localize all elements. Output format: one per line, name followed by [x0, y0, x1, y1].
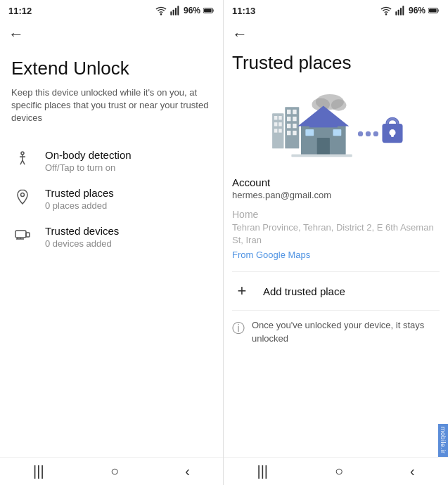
- menu-item-trusted-devices[interactable]: Trusted devices 0 devices added: [11, 218, 212, 256]
- illustration-svg: [266, 84, 407, 162]
- info-icon: ⓘ: [232, 320, 245, 337]
- svg-rect-40: [293, 124, 296, 128]
- trusted-places-text: Trusted places 0 places added: [45, 187, 114, 211]
- wifi-icon: [155, 5, 167, 16]
- account-header: Account: [232, 176, 440, 188]
- add-place-label: Add trusted place: [263, 285, 345, 297]
- home-source-link[interactable]: From Google Maps: [232, 250, 440, 260]
- svg-rect-25: [437, 9, 438, 11]
- trusted-devices-sublabel: 0 devices added: [45, 238, 119, 249]
- svg-rect-51: [333, 129, 341, 136]
- svg-rect-32: [274, 129, 277, 132]
- battery-label-right: 96%: [409, 6, 425, 15]
- svg-rect-38: [293, 117, 296, 121]
- add-trusted-place-row[interactable]: + Add trusted place: [232, 275, 440, 307]
- svg-rect-33: [279, 129, 282, 132]
- body-detection-icon: [11, 150, 34, 167]
- back-button-left[interactable]: ←: [0, 20, 223, 46]
- trusted-devices-text: Trusted devices 0 devices added: [45, 225, 119, 249]
- svg-point-13: [21, 193, 25, 196]
- signal-icon: [169, 5, 181, 16]
- status-time-left: 11:12: [8, 6, 32, 16]
- body-detection-text: On-body detection Off/Tap to turn on: [45, 149, 132, 173]
- svg-point-8: [21, 152, 24, 155]
- battery-icon-right: [428, 5, 440, 16]
- battery-label-left: 96%: [184, 6, 200, 15]
- nav-bar-right: ||| ○ ‹: [224, 457, 448, 485]
- svg-point-54: [365, 131, 370, 136]
- status-icons-left: 96%: [155, 5, 215, 16]
- trusted-places-sublabel: 0 places added: [45, 200, 114, 211]
- svg-rect-20: [395, 11, 397, 15]
- svg-rect-50: [305, 129, 314, 136]
- svg-rect-52: [291, 155, 352, 157]
- back-button-right[interactable]: ←: [224, 20, 448, 46]
- home-label: Home: [232, 209, 440, 220]
- svg-rect-30: [274, 122, 277, 126]
- add-plus-icon: +: [232, 282, 252, 300]
- svg-rect-3: [175, 8, 177, 15]
- status-bar-left: 11:12 96%: [0, 0, 223, 20]
- svg-rect-15: [26, 233, 30, 237]
- svg-rect-23: [402, 6, 404, 15]
- body-detection-sublabel: Off/Tap to turn on: [45, 162, 132, 173]
- svg-rect-37: [287, 117, 290, 121]
- svg-rect-36: [293, 110, 296, 114]
- svg-rect-42: [293, 131, 296, 135]
- svg-rect-49: [316, 138, 329, 155]
- svg-rect-4: [177, 6, 179, 15]
- svg-line-12: [23, 160, 25, 164]
- svg-rect-28: [274, 116, 277, 119]
- svg-point-0: [160, 14, 161, 15]
- svg-rect-48: [309, 125, 337, 128]
- wifi-icon-right: [380, 5, 392, 16]
- battery-icon-left: [203, 5, 215, 16]
- nav-recent-right[interactable]: |||: [257, 463, 268, 479]
- svg-point-55: [373, 131, 378, 136]
- page-title-right: Trusted places: [232, 52, 440, 74]
- status-icons-right: 96%: [380, 5, 440, 16]
- menu-item-body-detection[interactable]: On-body detection Off/Tap to turn on: [11, 142, 212, 180]
- signal-icon-right: [395, 5, 406, 16]
- nav-back-left[interactable]: ‹: [185, 463, 190, 479]
- home-address: Tehran Province, Tehran, District 2, E 6…: [232, 221, 440, 247]
- svg-line-11: [20, 160, 23, 164]
- svg-rect-1: [170, 11, 172, 15]
- nav-back-right[interactable]: ‹: [410, 463, 415, 479]
- svg-rect-41: [287, 131, 290, 135]
- left-content: Extend Unlock Keep this device unlocked …: [0, 46, 223, 256]
- trusted-places-icon: [11, 188, 34, 205]
- page-title-left: Extend Unlock: [11, 58, 212, 79]
- subtitle-left: Keep this device unlocked while it's on …: [11, 86, 212, 125]
- svg-rect-21: [398, 10, 399, 15]
- trusted-places-label: Trusted places: [45, 187, 114, 199]
- nav-home-right[interactable]: ○: [335, 463, 343, 479]
- nav-home-left[interactable]: ○: [110, 463, 119, 479]
- svg-rect-27: [272, 113, 283, 148]
- menu-item-trusted-places[interactable]: Trusted places 0 places added: [11, 180, 212, 218]
- divider-1: [232, 271, 440, 272]
- right-content: Trusted places: [224, 46, 448, 485]
- svg-rect-58: [391, 133, 394, 137]
- svg-rect-2: [173, 10, 174, 15]
- status-time-right: 11:13: [232, 6, 255, 16]
- trusted-devices-label: Trusted devices: [45, 225, 119, 237]
- svg-rect-22: [400, 8, 402, 15]
- nav-recent-left[interactable]: |||: [33, 463, 44, 479]
- svg-rect-35: [287, 110, 290, 114]
- info-text: Once you've unlocked your device, it sta…: [252, 319, 440, 344]
- account-email: hermes.pan@gmail.com: [232, 190, 440, 200]
- svg-rect-14: [15, 231, 26, 238]
- svg-rect-31: [279, 122, 282, 126]
- status-bar-right: 11:13 96%: [224, 0, 448, 20]
- divider-2: [232, 310, 440, 311]
- trusted-devices-icon: [11, 226, 34, 243]
- left-panel: 11:12 96% ←: [0, 0, 224, 485]
- body-detection-label: On-body detection: [45, 149, 132, 161]
- watermark: mobile.ir: [438, 424, 448, 457]
- svg-rect-7: [204, 9, 212, 13]
- svg-point-19: [385, 14, 386, 15]
- svg-rect-29: [279, 116, 282, 119]
- nav-bar-left: ||| ○ ‹: [0, 457, 223, 485]
- svg-point-53: [357, 131, 362, 136]
